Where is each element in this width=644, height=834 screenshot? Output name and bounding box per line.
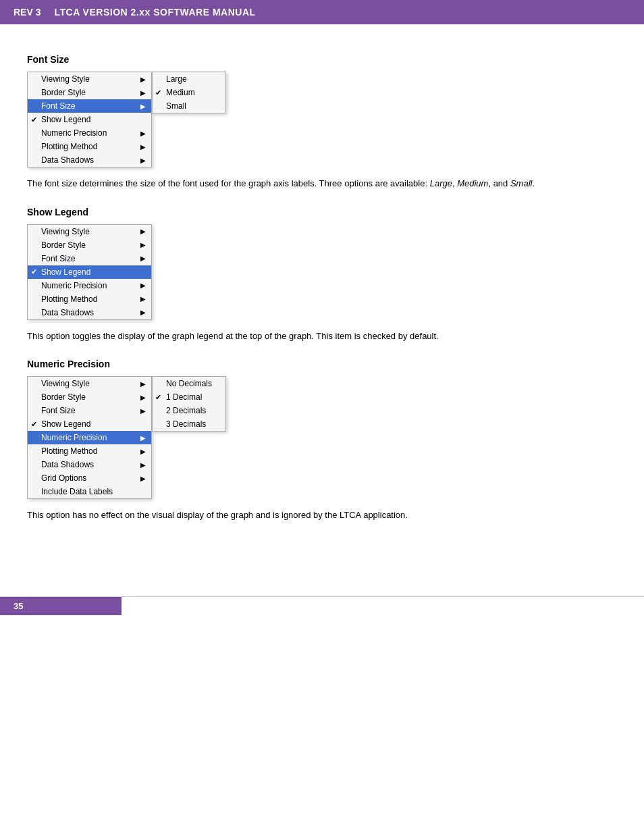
sl-viewing-style-label: Viewing Style [41,227,90,236]
np-menu-item-border-style[interactable]: Border Style ▶ [28,390,151,404]
submenu-3-decimals[interactable]: 3 Decimals [153,417,225,431]
data-shadows-label-1: Data Shadows [41,155,94,165]
menu-item-numeric-precision-1[interactable]: Numeric Precision ▶ [28,126,151,140]
sl-show-legend-label: Show Legend [41,267,90,277]
menu-item-font-size[interactable]: Font Size ▶ [28,99,151,113]
numeric-precision-menu-container: Viewing Style ▶ Border Style ▶ Font Size… [27,376,226,499]
page-number: 35 [0,597,122,615]
np-show-legend-check: ✔ [31,420,37,429]
np-numeric-precision-arrow: ▶ [140,434,146,442]
numeric-precision-section: Numeric Precision Viewing Style ▶ Border… [27,359,617,522]
page-footer: 35 [0,596,644,615]
sl-border-style-arrow: ▶ [140,241,146,249]
sl-numeric-precision-label: Numeric Precision [41,281,107,290]
sl-data-shadows-arrow: ▶ [140,309,146,316]
numeric-precision-label-1: Numeric Precision [41,128,107,138]
1-decimal-check: ✔ [155,393,161,402]
show-legend-check-1: ✔ [31,115,37,124]
show-legend-description: This option toggles the display of the g… [27,330,617,343]
medium-check: ✔ [155,88,161,97]
np-menu-item-grid-options[interactable]: Grid Options ▶ [28,471,151,485]
np-menu-item-numeric-precision[interactable]: Numeric Precision ▶ [28,431,151,444]
font-size-menu-container: Viewing Style ▶ Border Style ▶ Font Size… [27,72,226,167]
show-legend-label-1: Show Legend [41,115,90,124]
font-size-arrow: ▶ [140,103,146,110]
show-legend-section: Show Legend Viewing Style ▶ Border Style… [27,207,617,343]
show-legend-menu-container: Viewing Style ▶ Border Style ▶ Font Size… [27,224,152,320]
font-size-heading: Font Size [27,54,617,65]
medium-label: Medium [166,88,195,97]
menu-item-border-style[interactable]: Border Style ▶ [28,86,151,99]
2-decimals-label: 2 Decimals [166,406,206,415]
np-menu-item-plotting-method[interactable]: Plotting Method ▶ [28,444,151,458]
np-menu-item-viewing-style[interactable]: Viewing Style ▶ [28,377,151,390]
menu-item-show-legend-1[interactable]: ✔ Show Legend [28,113,151,126]
np-viewing-style-arrow: ▶ [140,380,146,388]
page-header: REV 3 LTCA VERSION 2.xx SOFTWARE MANUAL [0,0,644,24]
sl-menu-item-data-shadows[interactable]: Data Shadows ▶ [28,306,151,319]
font-size-description: The font size determines the size of the… [27,177,617,190]
np-data-shadows-arrow: ▶ [140,461,146,469]
np-grid-options-arrow: ▶ [140,475,146,482]
main-content: Font Size Viewing Style ▶ Border Style ▶… [0,24,644,556]
sl-menu-item-border-style[interactable]: Border Style ▶ [28,238,151,252]
np-plotting-method-label: Plotting Method [41,446,97,456]
numeric-precision-description: This option has no effect on the visual … [27,509,617,522]
sl-menu-item-font-size[interactable]: Font Size ▶ [28,252,151,265]
np-font-size-label: Font Size [41,406,76,415]
np-show-legend-label: Show Legend [41,419,90,429]
submenu-1-decimal[interactable]: ✔ 1 Decimal [153,390,225,404]
np-include-data-labels-label: Include Data Labels [41,487,113,496]
show-legend-context-menu: Viewing Style ▶ Border Style ▶ Font Size… [27,224,152,320]
sl-numeric-precision-arrow: ▶ [140,282,146,289]
sl-plotting-method-label: Plotting Method [41,294,97,304]
show-legend-heading: Show Legend [27,207,617,217]
font-size-label: Font Size [41,101,76,111]
submenu-2-decimals[interactable]: 2 Decimals [153,404,225,417]
sl-menu-item-show-legend[interactable]: ✔ Show Legend [28,265,151,279]
submenu-small[interactable]: Small [153,99,225,113]
np-plotting-method-arrow: ▶ [140,448,146,455]
submenu-no-decimals[interactable]: No Decimals [153,377,225,390]
viewing-style-arrow: ▶ [140,76,146,83]
border-style-label: Border Style [41,88,86,97]
plotting-method-label-1: Plotting Method [41,142,97,151]
np-font-size-arrow: ▶ [140,407,146,415]
numeric-precision-context-menu: Viewing Style ▶ Border Style ▶ Font Size… [27,376,152,499]
header-title: LTCA VERSION 2.xx SOFTWARE MANUAL [54,7,255,18]
font-size-submenu: Large ✔ Medium Small [152,72,226,113]
sl-menu-item-plotting-method[interactable]: Plotting Method ▶ [28,292,151,306]
large-label: Large [166,74,187,84]
np-menu-item-include-data-labels[interactable]: Include Data Labels [28,485,151,498]
sl-menu-item-numeric-precision[interactable]: Numeric Precision ▶ [28,279,151,292]
data-shadows-arrow-1: ▶ [140,157,146,164]
np-data-shadows-label: Data Shadows [41,460,94,469]
np-menu-wrap: Viewing Style ▶ Border Style ▶ Font Size… [27,376,226,499]
sl-border-style-label: Border Style [41,240,86,250]
sl-data-shadows-label: Data Shadows [41,308,94,317]
np-grid-options-label: Grid Options [41,473,86,483]
sl-font-size-label: Font Size [41,254,76,263]
submenu-large[interactable]: Large [153,72,225,86]
1-decimal-label: 1 Decimal [166,392,202,402]
np-menu-item-font-size[interactable]: Font Size ▶ [28,404,151,417]
plotting-method-arrow-1: ▶ [140,143,146,151]
numeric-precision-submenu: No Decimals ✔ 1 Decimal 2 Decimals 3 Dec… [152,376,226,432]
header-rev: REV 3 [14,7,41,18]
menu-item-data-shadows-1[interactable]: Data Shadows ▶ [28,153,151,167]
font-size-context-menu: Viewing Style ▶ Border Style ▶ Font Size… [27,72,152,167]
numeric-precision-heading: Numeric Precision [27,359,617,369]
submenu-medium[interactable]: ✔ Medium [153,86,225,99]
menu-item-plotting-method-1[interactable]: Plotting Method ▶ [28,140,151,153]
np-menu-item-data-shadows[interactable]: Data Shadows ▶ [28,458,151,471]
menu-item-viewing-style[interactable]: Viewing Style ▶ [28,72,151,86]
sl-menu-item-viewing-style[interactable]: Viewing Style ▶ [28,225,151,238]
np-border-style-arrow: ▶ [140,394,146,401]
sl-show-legend-check: ✔ [31,267,37,276]
sl-plotting-method-arrow: ▶ [140,295,146,303]
sl-viewing-style-arrow: ▶ [140,228,146,235]
np-border-style-label: Border Style [41,392,86,402]
numeric-precision-arrow-1: ▶ [140,130,146,137]
np-menu-item-show-legend[interactable]: ✔ Show Legend [28,417,151,431]
font-size-menu-wrapper: Viewing Style ▶ Border Style ▶ Font Size… [27,72,226,167]
